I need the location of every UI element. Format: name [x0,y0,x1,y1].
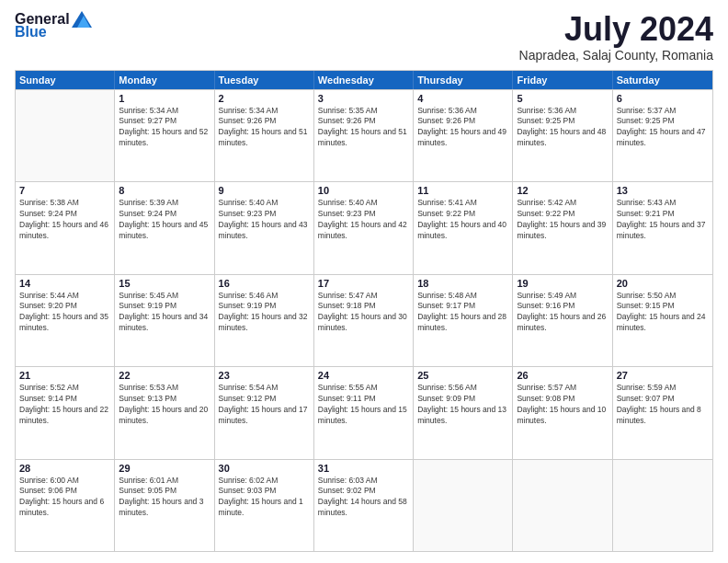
cell-date: 15 [119,278,210,289]
logo-blue: Blue [15,24,47,40]
cell-info: Sunrise: 5:43 AMSunset: 9:21 PMDaylight:… [617,198,709,242]
header-day-sunday: Sunday [16,71,115,89]
cell-date: 24 [318,370,409,381]
cell-info: Sunrise: 5:41 AMSunset: 9:22 PMDaylight:… [417,198,508,242]
header-day-monday: Monday [115,71,214,89]
cal-cell: 5Sunrise: 5:36 AMSunset: 9:25 PMDaylight… [513,90,612,181]
cell-date: 22 [119,370,210,381]
cal-cell: 20Sunrise: 5:50 AMSunset: 9:15 PMDayligh… [613,275,712,366]
location: Napradea, Salaj County, Romania [519,48,713,63]
cell-info: Sunrise: 5:34 AMSunset: 9:26 PMDaylight:… [219,106,310,150]
cell-date: 6 [617,93,709,104]
cal-cell: 26Sunrise: 5:57 AMSunset: 9:08 PMDayligh… [513,367,612,458]
cell-info: Sunrise: 6:03 AMSunset: 9:02 PMDaylight:… [318,476,409,520]
cal-cell: 13Sunrise: 5:43 AMSunset: 9:21 PMDayligh… [613,182,712,273]
cal-cell: 18Sunrise: 5:48 AMSunset: 9:17 PMDayligh… [414,275,513,366]
cell-info: Sunrise: 6:02 AMSunset: 9:03 PMDaylight:… [219,476,310,520]
cell-info: Sunrise: 5:55 AMSunset: 9:11 PMDaylight:… [318,383,409,427]
cal-cell: 17Sunrise: 5:47 AMSunset: 9:18 PMDayligh… [314,275,414,366]
cal-cell [613,460,712,551]
cell-info: Sunrise: 5:42 AMSunset: 9:22 PMDaylight:… [517,198,608,242]
cell-info: Sunrise: 6:00 AMSunset: 9:06 PMDaylight:… [19,476,110,520]
header-day-friday: Friday [513,71,612,89]
cell-date: 4 [417,93,508,104]
cell-date: 17 [318,278,409,289]
title-area: July 2024 Napradea, Salaj County, Romani… [519,11,713,63]
cal-cell: 14Sunrise: 5:44 AMSunset: 9:20 PMDayligh… [16,275,115,366]
cell-info: Sunrise: 6:01 AMSunset: 9:05 PMDaylight:… [119,476,210,520]
cal-cell: 16Sunrise: 5:46 AMSunset: 9:19 PMDayligh… [215,275,314,366]
cell-date: 31 [318,463,409,474]
cal-cell: 2Sunrise: 5:34 AMSunset: 9:26 PMDaylight… [215,90,314,181]
cell-date: 28 [19,463,110,474]
cell-info: Sunrise: 5:35 AMSunset: 9:26 PMDaylight:… [318,106,409,150]
header-day-saturday: Saturday [613,71,712,89]
week-row-3: 21Sunrise: 5:52 AMSunset: 9:14 PMDayligh… [16,366,712,458]
cell-date: 10 [318,185,409,196]
cell-info: Sunrise: 5:40 AMSunset: 9:23 PMDaylight:… [318,198,409,242]
cell-date: 29 [119,463,210,474]
page: General Blue July 2024 Napradea, Salaj C… [0,0,728,563]
cell-info: Sunrise: 5:34 AMSunset: 9:27 PMDaylight:… [119,106,210,150]
cal-cell: 22Sunrise: 5:53 AMSunset: 9:13 PMDayligh… [115,367,214,458]
cal-cell: 4Sunrise: 5:36 AMSunset: 9:26 PMDaylight… [414,90,513,181]
cell-info: Sunrise: 5:49 AMSunset: 9:16 PMDaylight:… [517,291,608,335]
cell-info: Sunrise: 5:45 AMSunset: 9:19 PMDaylight:… [119,291,210,335]
cell-date: 26 [517,370,608,381]
cal-cell: 28Sunrise: 6:00 AMSunset: 9:06 PMDayligh… [16,460,115,551]
week-row-0: 1Sunrise: 5:34 AMSunset: 9:27 PMDaylight… [16,89,712,181]
cal-cell [414,460,513,551]
cal-cell: 6Sunrise: 5:37 AMSunset: 9:25 PMDaylight… [613,90,712,181]
cell-info: Sunrise: 5:47 AMSunset: 9:18 PMDaylight:… [318,291,409,335]
cell-date: 8 [119,185,210,196]
cell-date: 13 [617,185,709,196]
cell-date: 2 [219,93,310,104]
cell-info: Sunrise: 5:50 AMSunset: 9:15 PMDaylight:… [617,291,709,335]
cell-info: Sunrise: 5:36 AMSunset: 9:26 PMDaylight:… [417,106,508,150]
cal-cell: 24Sunrise: 5:55 AMSunset: 9:11 PMDayligh… [314,367,414,458]
cell-info: Sunrise: 5:57 AMSunset: 9:08 PMDaylight:… [517,383,608,427]
cell-info: Sunrise: 5:48 AMSunset: 9:17 PMDaylight:… [417,291,508,335]
header-day-thursday: Thursday [414,71,513,89]
cell-date: 23 [219,370,310,381]
cell-info: Sunrise: 5:59 AMSunset: 9:07 PMDaylight:… [617,383,709,427]
cell-date: 3 [318,93,409,104]
cell-date: 9 [219,185,310,196]
cal-cell: 12Sunrise: 5:42 AMSunset: 9:22 PMDayligh… [513,182,612,273]
month-title: July 2024 [519,11,713,48]
cell-date: 20 [617,278,709,289]
cell-date: 11 [417,185,508,196]
cell-info: Sunrise: 5:38 AMSunset: 9:24 PMDaylight:… [19,198,110,242]
cal-cell: 21Sunrise: 5:52 AMSunset: 9:14 PMDayligh… [16,367,115,458]
cell-date: 27 [617,370,709,381]
cell-info: Sunrise: 5:53 AMSunset: 9:13 PMDaylight:… [119,383,210,427]
cell-info: Sunrise: 5:52 AMSunset: 9:14 PMDaylight:… [19,383,110,427]
cell-date: 18 [417,278,508,289]
cell-date: 14 [19,278,110,289]
cal-cell: 25Sunrise: 5:56 AMSunset: 9:09 PMDayligh… [414,367,513,458]
week-row-4: 28Sunrise: 6:00 AMSunset: 9:06 PMDayligh… [16,459,712,551]
cal-cell: 15Sunrise: 5:45 AMSunset: 9:19 PMDayligh… [115,275,214,366]
cal-cell [513,460,612,551]
calendar: SundayMondayTuesdayWednesdayThursdayFrid… [15,70,713,552]
header-day-wednesday: Wednesday [314,71,414,89]
cell-date: 1 [119,93,210,104]
cell-date: 30 [219,463,310,474]
cal-cell: 7Sunrise: 5:38 AMSunset: 9:24 PMDaylight… [16,182,115,273]
calendar-body: 1Sunrise: 5:34 AMSunset: 9:27 PMDaylight… [16,89,712,551]
cell-date: 25 [417,370,508,381]
cell-info: Sunrise: 5:56 AMSunset: 9:09 PMDaylight:… [417,383,508,427]
logo: General Blue [15,11,94,40]
logo-icon [72,11,92,28]
cal-cell: 29Sunrise: 6:01 AMSunset: 9:05 PMDayligh… [115,460,214,551]
cell-date: 19 [517,278,608,289]
cell-info: Sunrise: 5:44 AMSunset: 9:20 PMDaylight:… [19,291,110,335]
header: General Blue July 2024 Napradea, Salaj C… [15,11,713,63]
cell-info: Sunrise: 5:39 AMSunset: 9:24 PMDaylight:… [119,198,210,242]
cal-cell [16,90,115,181]
cal-cell: 10Sunrise: 5:40 AMSunset: 9:23 PMDayligh… [314,182,414,273]
cal-cell: 1Sunrise: 5:34 AMSunset: 9:27 PMDaylight… [115,90,214,181]
cal-cell: 9Sunrise: 5:40 AMSunset: 9:23 PMDaylight… [215,182,314,273]
cal-cell: 3Sunrise: 5:35 AMSunset: 9:26 PMDaylight… [314,90,414,181]
cell-date: 12 [517,185,608,196]
